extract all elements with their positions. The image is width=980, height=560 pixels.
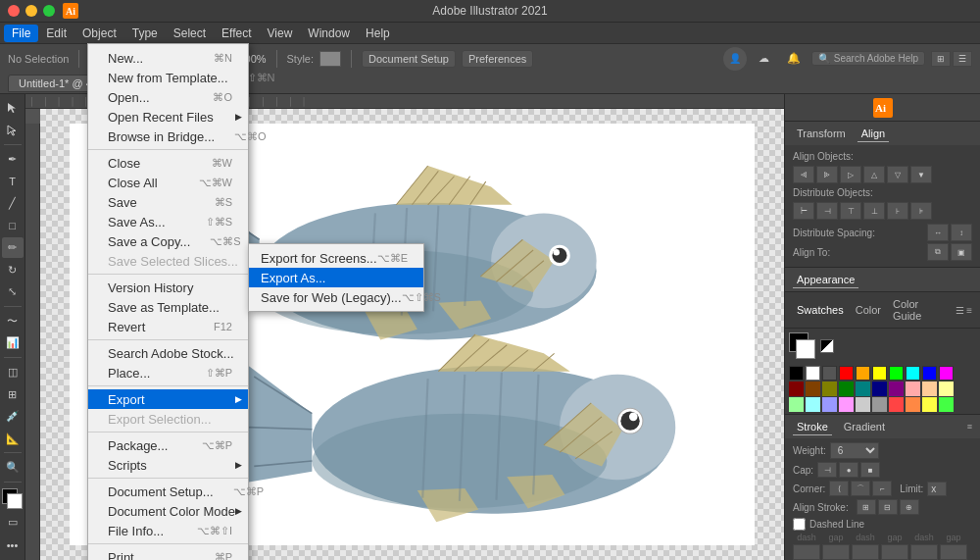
swatch-yellow[interactable]	[872, 366, 887, 381]
tab-align[interactable]: Align	[858, 126, 889, 142]
swatch-peach[interactable]	[922, 382, 937, 396]
swatch-magenta[interactable]	[939, 366, 954, 381]
dash-input-1[interactable]	[793, 544, 820, 560]
brush-tool[interactable]: ✏	[2, 237, 24, 258]
tab-appearance[interactable]: Appearance	[793, 272, 858, 288]
menu-color-mode[interactable]: Document Color Mode	[88, 501, 248, 521]
align-hcenter[interactable]: ⫸	[816, 166, 838, 183]
select-tool[interactable]	[2, 98, 24, 119]
align-stroke-inside[interactable]: ⊟	[878, 499, 898, 515]
menu-close-all[interactable]: Close All⌥⌘W	[88, 173, 248, 192]
menu-package[interactable]: Package...⌥⌘P	[88, 435, 248, 455]
swatch-lightpink[interactable]	[906, 382, 920, 396]
gap-input-3[interactable]	[940, 544, 967, 560]
cloud-icon[interactable]: ☁	[753, 47, 776, 71]
cap-round[interactable]: ●	[839, 462, 858, 478]
dist-hcenter[interactable]: ⊣	[816, 202, 838, 220]
swatch-midgray[interactable]	[872, 397, 887, 412]
swatch-lightgray[interactable]	[856, 397, 870, 412]
dist-bottom[interactable]: ⊧	[910, 202, 932, 220]
weight-select[interactable]: 6	[830, 442, 879, 459]
change-screen-mode[interactable]: ▭	[2, 513, 24, 534]
menu-new[interactable]: New...⌘N	[88, 48, 248, 68]
menu-save-slices[interactable]: Save Selected Slices...	[88, 251, 248, 271]
tab-color[interactable]: Color	[852, 302, 885, 318]
swatch-orange[interactable]	[856, 366, 870, 381]
arrange-btn[interactable]: ⊞	[931, 51, 951, 67]
swatch-red[interactable]	[839, 366, 854, 381]
tab-stroke[interactable]: Stroke	[793, 419, 832, 435]
type-tool[interactable]: T	[2, 172, 24, 192]
swatch-lightblue[interactable]	[822, 397, 837, 412]
dist-left[interactable]: ⊢	[793, 202, 814, 220]
menu-type[interactable]: Type	[124, 25, 166, 42]
menu-open-recent[interactable]: Open Recent Files	[88, 107, 248, 127]
swatch-brightgreen[interactable]	[939, 397, 954, 412]
fg-bg-swatch[interactable]	[789, 332, 816, 360]
swatch-navy[interactable]	[872, 382, 887, 396]
menu-doc-setup[interactable]: Document Setup...⌥⌘P	[88, 482, 248, 501]
swatch-lightcyan[interactable]	[806, 397, 820, 412]
align-stroke-center[interactable]: ⊞	[857, 499, 876, 515]
warp-tool[interactable]: 〜	[2, 311, 24, 331]
tab-color-guide[interactable]: Color Guide	[889, 296, 952, 324]
menu-bridge[interactable]: Browse in Bridge...⌥⌘O	[88, 127, 248, 146]
rect-tool[interactable]: □	[2, 216, 24, 236]
align-to-selection[interactable]: ⧉	[927, 243, 949, 261]
swatch-teal[interactable]	[856, 382, 870, 396]
measure-tool[interactable]: 📐	[2, 429, 24, 449]
export-screens[interactable]: Export for Screens...⌥⌘E	[249, 248, 423, 268]
menu-save-copy[interactable]: Save a Copy...⌥⌘S	[88, 231, 248, 251]
save-for-web[interactable]: Save for Web (Legacy)...⌥⇧⌘S	[249, 287, 423, 307]
dashed-line-checkbox[interactable]	[793, 518, 806, 531]
dist-right[interactable]: ⊤	[840, 202, 861, 220]
align-top[interactable]: △	[863, 166, 885, 183]
menu-save-as[interactable]: Save As...⇧⌘S	[88, 212, 248, 231]
align-to-artboard[interactable]: ▣	[951, 243, 972, 261]
swatches-menu[interactable]: ≡	[966, 305, 972, 316]
menu-close[interactable]: Close⌘W	[88, 153, 248, 173]
menu-search-stock[interactable]: Search Adobe Stock...	[88, 343, 248, 363]
swatch-lightgreen[interactable]	[789, 397, 804, 412]
traffic-lights[interactable]	[8, 5, 55, 17]
dist-top[interactable]: ⊥	[863, 202, 885, 220]
menu-select[interactable]: Select	[166, 25, 214, 42]
bell-icon[interactable]: 🔔	[782, 47, 806, 71]
doc-setup-btn[interactable]: Document Setup	[362, 50, 456, 68]
corner-miter[interactable]: ⟨	[829, 481, 849, 496]
line-tool[interactable]: ╱	[2, 193, 24, 214]
gap-input-1[interactable]	[822, 544, 850, 560]
swatch-green[interactable]	[839, 382, 854, 396]
close-button[interactable]	[8, 5, 20, 17]
pen-tool[interactable]: ✒	[2, 149, 24, 170]
cap-butt[interactable]: ⊣	[817, 462, 837, 478]
dist-vcenter[interactable]: ⊦	[887, 202, 908, 220]
dist-space-h[interactable]: ↔	[927, 224, 949, 241]
tab-swatches[interactable]: Swatches	[793, 302, 848, 318]
menu-open[interactable]: Open...⌘O	[88, 87, 248, 107]
menu-revert[interactable]: RevertF12	[88, 317, 248, 336]
rotate-tool[interactable]: ↻	[2, 260, 24, 280]
swatches-list-view[interactable]: ☰	[956, 305, 964, 316]
swatch-darkorange[interactable]	[806, 382, 820, 396]
swatch-gray[interactable]	[822, 366, 837, 381]
reset-colors[interactable]	[820, 339, 834, 353]
extras-btn[interactable]: •••	[2, 535, 24, 556]
stroke-menu-btn[interactable]: ≡	[967, 422, 972, 432]
scale-tool[interactable]: ⤡	[2, 282, 24, 303]
menu-export[interactable]: Export	[88, 389, 248, 409]
search-adobe[interactable]: 🔍 Search Adobe Help	[811, 51, 925, 66]
graph-tool[interactable]: 📊	[2, 333, 24, 354]
dist-space-v[interactable]: ↕	[951, 224, 972, 241]
menu-version-history[interactable]: Version History	[88, 278, 248, 297]
menu-effect[interactable]: Effect	[214, 25, 259, 42]
menu-file[interactable]: File	[4, 25, 38, 42]
align-vcenter[interactable]: ▽	[887, 166, 908, 183]
swatch-lime[interactable]	[889, 366, 904, 381]
swatch-cyan[interactable]	[906, 366, 920, 381]
swatch-brightorange[interactable]	[906, 397, 920, 412]
maximize-button[interactable]	[43, 5, 55, 17]
gradient-tool[interactable]: ◫	[2, 362, 24, 382]
swatch-purple[interactable]	[889, 382, 904, 396]
menu-new-template[interactable]: New from Template...⇧⌘N	[88, 68, 248, 87]
